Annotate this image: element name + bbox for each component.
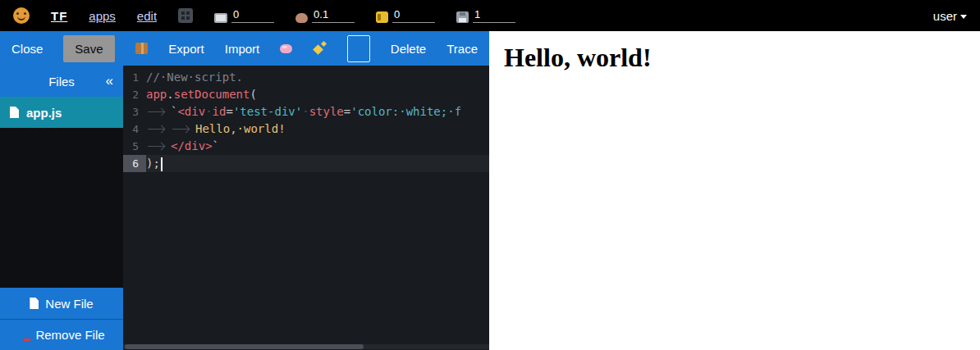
export-button[interactable]: Export xyxy=(168,42,204,56)
file-list-empty-area xyxy=(0,128,123,288)
code-token: · xyxy=(302,105,309,118)
code-line: 4Hello,·world! xyxy=(123,120,489,138)
close-button[interactable]: Close xyxy=(11,42,43,56)
tab-whitespace-icon xyxy=(146,103,171,120)
tab-whitespace-icon xyxy=(171,120,195,138)
preview-pane: Hello, world! xyxy=(489,31,980,350)
top-bar: TF apps edit 0 0.1 0 1 user xyxy=(0,0,980,31)
battery-icon xyxy=(376,11,388,23)
code-token: · xyxy=(205,105,212,118)
code-token: 'color:·white;·f xyxy=(350,105,461,118)
code-text: Hello,·world! xyxy=(146,120,489,138)
devil-emoji-icon xyxy=(13,7,30,24)
line-number: 3 xyxy=(123,103,146,120)
code-text: app.setDocument( xyxy=(146,86,489,103)
tab-whitespace-icon xyxy=(146,138,171,155)
file-item-appjs[interactable]: app.js xyxy=(0,97,123,128)
text-cursor xyxy=(161,157,163,171)
package-icon[interactable] xyxy=(135,43,149,54)
line-number: 5 xyxy=(123,138,146,155)
files-header-label: Files xyxy=(48,75,75,89)
line-number: 4 xyxy=(123,120,146,138)
code-line: 2app.setDocument( xyxy=(123,86,489,103)
stat-memory: 0.1 xyxy=(295,8,355,23)
storage-value-input[interactable]: 1 xyxy=(473,8,515,23)
collapse-sidebar-button[interactable]: « xyxy=(106,73,113,89)
code-line: 5</div>` xyxy=(123,138,489,155)
code-token: 'test-div' xyxy=(233,105,302,118)
line-number: 1 xyxy=(123,69,146,86)
edit-link[interactable]: edit xyxy=(137,9,157,23)
code-token: id xyxy=(213,105,227,118)
remove-file-icon xyxy=(18,330,29,341)
save-button[interactable]: Save xyxy=(63,35,114,62)
code-line: 1//·New·script. xyxy=(123,69,489,86)
code-text: </div>` xyxy=(146,138,489,155)
memory-value-input[interactable]: 0.1 xyxy=(312,8,355,23)
user-menu-label: user xyxy=(933,9,957,23)
scrollbar-thumb[interactable] xyxy=(125,344,364,349)
stat-storage: 1 xyxy=(456,8,515,23)
brand-link[interactable]: TF xyxy=(51,9,67,23)
code-token: setDocument xyxy=(174,88,250,101)
monitor-icon xyxy=(214,13,227,23)
new-file-icon xyxy=(30,298,39,309)
code-token: app xyxy=(146,88,167,101)
file-sidebar: Files « app.js New File Remove File xyxy=(0,66,123,350)
editor-toolbar: Close Save Export Import Delete Trace xyxy=(0,31,489,66)
line-number: 6 xyxy=(123,155,146,172)
floppy-icon xyxy=(456,11,469,23)
code-text: ); xyxy=(146,155,489,172)
code-text: `<div·id='test-div'·style='color:·white;… xyxy=(146,103,489,120)
code-token: style xyxy=(309,105,344,118)
tab-whitespace-icon xyxy=(146,120,171,138)
file-icon xyxy=(10,107,19,118)
import-button[interactable]: Import xyxy=(225,42,260,56)
code-token: ` xyxy=(213,139,219,152)
code-token: = xyxy=(226,105,232,118)
code-line: 3`<div·id='test-div'·style='color:·white… xyxy=(123,103,489,120)
code-line-current: 6); xyxy=(123,155,489,172)
remove-file-label: Remove File xyxy=(35,328,104,342)
trace-button[interactable]: Trace xyxy=(446,42,478,56)
brain-icon xyxy=(295,13,308,23)
new-file-label: New File xyxy=(45,297,93,311)
soap-icon[interactable] xyxy=(280,44,292,53)
grid-icon[interactable] xyxy=(178,8,193,23)
power-value-input[interactable]: 0 xyxy=(392,8,435,23)
user-menu[interactable]: user xyxy=(933,9,967,23)
code-token: Hello,·world! xyxy=(195,122,286,135)
code-token: ( xyxy=(250,88,256,101)
caret-down-icon xyxy=(960,15,967,19)
code-token: ); xyxy=(146,157,160,170)
sparkles-icon[interactable] xyxy=(313,41,327,56)
code-token: </div> xyxy=(171,139,213,152)
blank-button[interactable] xyxy=(347,35,370,62)
code-token: = xyxy=(344,105,350,118)
stat-cpu: 0 xyxy=(214,8,274,23)
files-panel-header: Files « xyxy=(0,66,123,97)
code-text: //·New·script. xyxy=(146,69,489,86)
code-token: . xyxy=(167,88,173,101)
delete-button[interactable]: Delete xyxy=(391,42,426,56)
cpu-value-input[interactable]: 0 xyxy=(231,8,274,23)
code-editor[interactable]: 1//·New·script. 2app.setDocument( 3`<div… xyxy=(123,66,489,350)
code-token: //·New·script. xyxy=(146,70,243,84)
line-number: 2 xyxy=(123,86,146,103)
code-token: <div xyxy=(177,105,205,118)
horizontal-scrollbar[interactable] xyxy=(123,344,489,349)
apps-link[interactable]: apps xyxy=(89,9,116,23)
remove-file-button[interactable]: Remove File xyxy=(0,319,123,350)
stat-power: 0 xyxy=(376,8,435,23)
new-file-button[interactable]: New File xyxy=(0,288,123,319)
file-item-label: app.js xyxy=(26,106,62,120)
preview-heading: Hello, world! xyxy=(489,31,980,73)
